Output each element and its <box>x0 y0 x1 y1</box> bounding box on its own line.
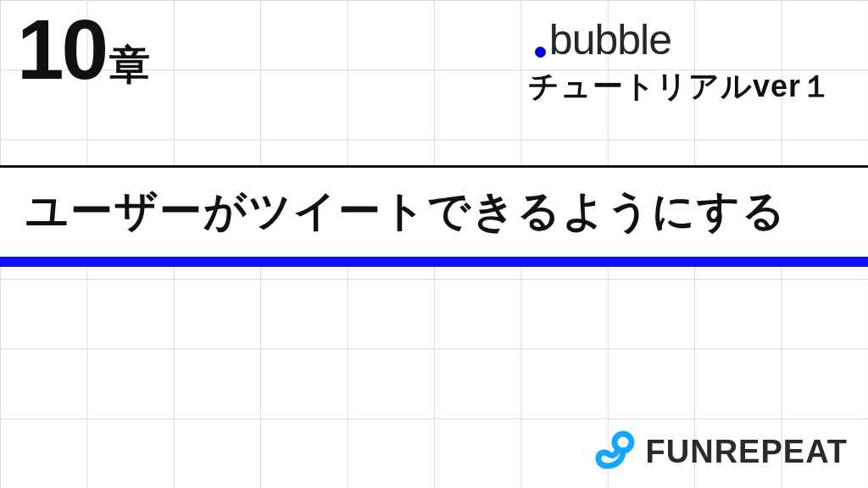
chapter-label: 10 章 <box>17 7 150 92</box>
funrepeat-icon <box>595 430 637 473</box>
brand-block: bubble チュートリアルver１ <box>528 15 832 108</box>
bubble-logo: bubble <box>528 15 671 64</box>
chapter-number: 10 <box>17 7 106 92</box>
tutorial-version-label: チュートリアルver１ <box>528 66 832 108</box>
title-band: ユーザーがツイートできるようにする <box>0 165 868 267</box>
bubble-brand-name: bubble <box>549 15 671 64</box>
footer-company-name: FUNREPEAT <box>646 434 848 470</box>
footer-logo: FUNREPEAT <box>595 430 848 473</box>
bubble-dot-icon <box>535 47 546 58</box>
page-title: ユーザーがツイートできるようにする <box>25 183 843 240</box>
chapter-suffix: 章 <box>109 38 150 92</box>
